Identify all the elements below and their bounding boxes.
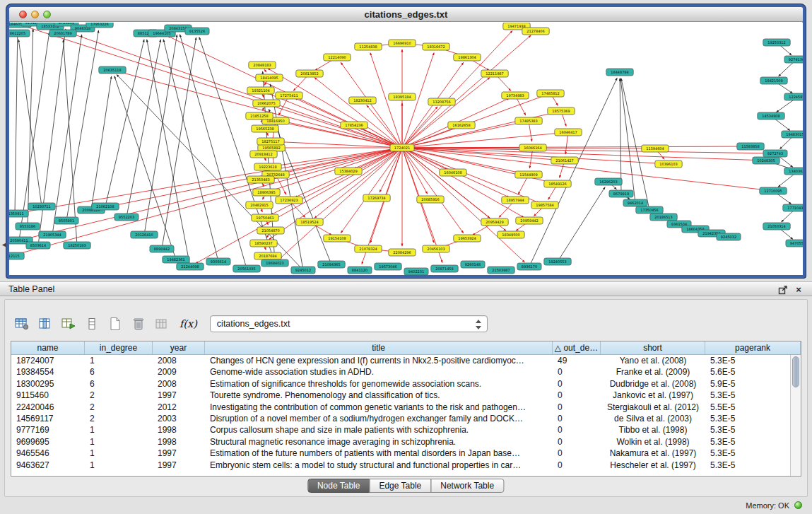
- graph-node[interactable]: 15384029: [335, 168, 362, 175]
- graph-node[interactable]: 20813852: [296, 70, 323, 77]
- table-row[interactable]: 969969511998Structural magnetic resonanc…: [11, 436, 790, 448]
- graph-node[interactable]: 8679919: [609, 190, 633, 197]
- graph-node[interactable]: 20456103: [423, 245, 449, 252]
- function-builder-button[interactable]: f(x): [180, 318, 197, 329]
- graph-edge[interactable]: [119, 71, 402, 148]
- graph-node[interactable]: 18421509: [760, 77, 787, 84]
- graph-node[interactable]: 19321104: [247, 87, 274, 94]
- graph-node[interactable]: 19154108: [324, 235, 351, 242]
- import-table-icon[interactable]: [152, 315, 172, 333]
- graph-node[interactable]: 12211987: [481, 70, 508, 77]
- graph-edge[interactable]: [379, 148, 402, 192]
- graph-node[interactable]: 8612205: [9, 30, 30, 37]
- graph-node[interactable]: 21278406: [522, 28, 549, 35]
- graph-node[interactable]: 20186513: [650, 214, 677, 221]
- graph-node[interactable]: 12710095: [760, 187, 787, 194]
- graph-edge[interactable]: [620, 78, 621, 194]
- graph-edge[interactable]: [28, 29, 33, 226]
- graph-node[interactable]: 16696910: [389, 40, 416, 47]
- graph-node[interactable]: 18519524: [296, 218, 323, 226]
- graph-node[interactable]: 11544909: [515, 171, 542, 178]
- graph-node[interactable]: 19565238: [252, 125, 278, 132]
- graph-node[interactable]: 16296203: [595, 178, 622, 185]
- graph-node[interactable]: 9260148: [461, 261, 485, 268]
- table-row[interactable]: 1830029562008Estimation of significance …: [11, 378, 790, 390]
- graph-node[interactable]: 20959429: [481, 218, 508, 226]
- graph-node[interactable]: 20482915: [246, 201, 273, 209]
- graph-edge[interactable]: [558, 187, 605, 262]
- graph-node[interactable]: 20848183: [249, 62, 276, 69]
- show-columns-icon[interactable]: [35, 315, 55, 333]
- graph-node[interactable]: 19482361: [163, 256, 189, 263]
- graph-node[interactable]: 20918412: [250, 151, 277, 158]
- table-selector-dropdown[interactable]: citations_edges.txt: [210, 315, 488, 332]
- graph-node[interactable]: 9274136: [784, 56, 803, 63]
- graph-node[interactable]: 11594604: [642, 145, 669, 152]
- vertical-scrollbar[interactable]: [790, 355, 801, 476]
- graph-node[interactable]: 9470552: [786, 240, 803, 247]
- graph-node[interactable]: 18414095: [256, 74, 283, 81]
- column-header-out_degree[interactable]: △ out_de…: [553, 341, 601, 354]
- graph-node[interactable]: 21050314: [763, 223, 790, 230]
- graph-node[interactable]: 20126410: [131, 231, 158, 238]
- table-row[interactable]: 1872400712008Changes of HCN gene express…: [11, 355, 790, 366]
- table-row[interactable]: 977716911998Corpus callosum shape and si…: [11, 424, 790, 436]
- column-header-in_degree[interactable]: in_degree: [85, 341, 153, 354]
- graph-edge[interactable]: [529, 78, 617, 267]
- graph-edge[interactable]: [15, 30, 18, 214]
- minimize-window-button[interactable]: [31, 11, 39, 18]
- graph-node[interactable]: 21350483: [247, 176, 274, 183]
- graph-node[interactable]: 19565892: [258, 144, 285, 151]
- graph-edge[interactable]: [269, 148, 402, 240]
- graph-node[interactable]: 21350911: [9, 210, 28, 217]
- graph-node[interactable]: 19483015: [782, 131, 803, 138]
- column-header-year[interactable]: year: [153, 341, 205, 354]
- graph-node[interactable]: 21078324: [355, 245, 382, 252]
- graph-node[interactable]: 20187694: [254, 252, 281, 259]
- graph-node[interactable]: 17350456: [636, 206, 663, 214]
- column-header-name[interactable]: name: [11, 341, 85, 354]
- graph-node[interactable]: 8890442: [150, 245, 174, 252]
- create-column-icon[interactable]: [59, 315, 78, 333]
- graph-edge[interactable]: [341, 62, 402, 148]
- network-graph[interactable]: 1724021112548381669691018316672198613041…: [9, 23, 803, 275]
- graph-node[interactable]: 9505901: [54, 217, 78, 224]
- graph-edge[interactable]: [402, 35, 531, 148]
- graph-edge[interactable]: [402, 148, 524, 218]
- graph-node[interactable]: 9245032: [717, 233, 741, 240]
- graph-node[interactable]: 19653924: [454, 235, 481, 242]
- graph-edge[interactable]: [105, 40, 144, 206]
- graph-node[interactable]: 11593858: [737, 143, 764, 150]
- graph-node[interactable]: 16046417: [555, 129, 582, 136]
- scrollbar-thumb[interactable]: [792, 356, 799, 387]
- graph-node[interactable]: 9272743: [763, 150, 787, 157]
- delete-icon[interactable]: [129, 315, 148, 333]
- graph-node[interactable]: 20959442: [516, 217, 543, 224]
- graph-node[interactable]: 8503614: [26, 242, 50, 249]
- graph-node[interactable]: 18349500: [498, 231, 524, 238]
- table-row[interactable]: 1938455462009Genome-wide association stu…: [11, 366, 790, 378]
- graph-node[interactable]: 16046164: [519, 144, 546, 151]
- graph-node[interactable]: 16046108: [440, 169, 466, 176]
- graph-node[interactable]: 18395184: [389, 93, 416, 100]
- graph-edge[interactable]: [21, 148, 402, 212]
- table-row[interactable]: 946362711997Embryonic stem cells: a mode…: [11, 460, 790, 471]
- graph-node[interactable]: 8841120: [348, 267, 372, 274]
- graph-node[interactable]: 22084296: [389, 249, 416, 256]
- tab-network-table[interactable]: Network Table: [430, 479, 504, 493]
- graph-node[interactable]: 20871459: [431, 265, 458, 272]
- graph-edge[interactable]: [64, 40, 77, 245]
- graph-node[interactable]: 17269734: [363, 194, 390, 201]
- graph-edge[interactable]: [402, 31, 512, 148]
- graph-edge[interactable]: [269, 109, 331, 264]
- graph-edge[interactable]: [402, 78, 490, 148]
- graph-node[interactable]: 18694023: [261, 259, 288, 267]
- column-header-short[interactable]: short: [601, 341, 705, 354]
- graph-node[interactable]: 19240553: [544, 258, 571, 265]
- graph-node[interactable]: 8936170: [517, 263, 541, 270]
- table-row[interactable]: 1456911722003Disruption of a novel membe…: [11, 413, 790, 424]
- graph-edge[interactable]: [402, 148, 769, 153]
- graph-node[interactable]: 19857584: [531, 201, 558, 209]
- close-panel-icon[interactable]: ×: [794, 285, 804, 295]
- graph-node[interactable]: 21062108: [92, 203, 119, 210]
